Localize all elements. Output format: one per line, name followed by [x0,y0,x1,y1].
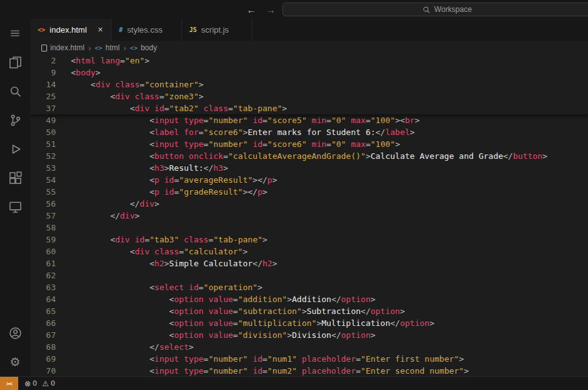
code-text: <p id="averageResult"></p> [71,174,588,186]
line-number: 64 [30,293,71,305]
code-line[interactable]: 56 </div> [30,198,588,210]
activity-bar: ⚙ [0,19,30,376]
code-text: <input type="number" id="num1" placehold… [71,353,588,365]
source-control-icon [9,114,22,127]
line-number: 56 [30,198,71,210]
tab-label: script.js [201,25,229,35]
code-line[interactable]: 58 [30,222,588,234]
code-line[interactable]: 67 <option value="division">Division</op… [30,329,588,341]
remote-icon: >< [6,381,12,387]
settings-button[interactable]: ⚙ [0,347,30,376]
line-number: 52 [30,150,71,162]
tab-bar: <>index.html✕#styles.cssJSscript.js [30,19,588,41]
code-line[interactable]: 49 <input type="number" id="score5" min=… [30,114,588,126]
code-line[interactable]: 50 <label for="score6">Enter marks for S… [30,126,588,138]
code-line[interactable]: 60 <div class="calculator"> [30,246,588,257]
error-icon: ⊗ [24,379,31,388]
breadcrumb-item-index.html[interactable]: index.html [41,43,85,52]
code-line[interactable]: 53 <h3>Result:</h3> [30,162,588,174]
line-number: 69 [30,353,71,365]
file-type-icon: <> [38,26,45,33]
code-line[interactable]: 66 <option value="multiplication">Multip… [30,317,588,329]
tab-styles.css[interactable]: #styles.css [112,19,182,41]
close-icon[interactable]: ✕ [97,26,103,34]
line-number: 60 [30,246,71,257]
code-text: <input type="number" id="score5" min="0"… [71,114,588,126]
explorer-button[interactable] [0,48,30,77]
remote-explorer-button[interactable] [0,192,30,221]
code-line[interactable]: 63 <select id="operation"> [30,281,588,293]
code-text [71,269,588,281]
code-text: <div class="zone3"> [71,90,588,102]
extensions-button[interactable] [0,163,30,192]
line-number: 37 [30,102,71,114]
code-text: </div> [71,198,588,210]
code-text: <input type="number" id="score6" min="0"… [71,138,588,150]
remote-indicator[interactable]: >< [0,377,18,390]
sticky-line[interactable]: 14 <div class="container"> [30,79,588,90]
breadcrumb-item-body[interactable]: <>body [130,43,157,52]
tab-index.html[interactable]: <>index.html✕ [30,19,112,41]
code-line[interactable]: 70 <input type="number" id="num2" placeh… [30,365,588,376]
code-line[interactable]: 64 <option value="addition">Addition</op… [30,293,588,305]
code-text: <option value="division">Division</optio… [71,329,588,341]
source-control-button[interactable] [0,106,30,134]
sticky-line[interactable]: 25 <div class="zone3"> [30,90,588,102]
line-number: 51 [30,138,71,150]
history-nav: ← → [247,0,275,19]
sticky-line[interactable]: 2<html lang="en"> [30,55,588,67]
code-line[interactable]: 59 <div id="tab3" class="tab-pane"> [30,234,588,246]
warning-icon: ⚠ [42,379,49,388]
tab-label: styles.css [127,25,163,35]
line-number: 25 [30,90,71,102]
code-line[interactable]: 57 </div> [30,210,588,222]
code-line[interactable]: 69 <input type="number" id="num1" placeh… [30,353,588,365]
problems-indicator[interactable]: ⊗ 0 ⚠ 0 [24,379,58,388]
line-number: 9 [30,67,71,79]
breadcrumb: index.html›<>html›<>body [30,41,588,55]
code-text: <p id="gradeResult"></p> [71,186,588,198]
code-text: <h3>Result:</h3> [71,162,588,174]
code-text: <option value="multiplication">Multiplic… [71,317,588,329]
settings-gear-icon: ⚙ [9,356,20,368]
sticky-line[interactable]: 37 <div id="tab2" class="tab-pane"> [30,102,588,114]
line-number: 66 [30,317,71,329]
vscode-window: ← → Workspace [0,0,588,390]
code-line[interactable]: 68 </select> [30,341,588,353]
code-text: <option value="subtraction">Subtraction<… [71,305,588,317]
tab-script.js[interactable]: JSscript.js [182,19,252,41]
remote-explorer-icon [9,200,22,214]
search-button[interactable] [0,77,30,106]
code-line[interactable]: 54 <p id="averageResult"></p> [30,174,588,186]
explorer-icon [9,56,22,69]
error-count: 0 [33,379,37,387]
code-text: <input type="number" id="num2" placehold… [71,365,588,376]
code-line[interactable]: 51 <input type="number" id="score6" min=… [30,138,588,150]
menu-icon [9,28,21,39]
account-button[interactable] [0,318,30,347]
menu-button[interactable] [0,19,30,48]
code-line[interactable]: 65 <option value="subtraction">Subtracti… [30,305,588,317]
code-line[interactable]: 61 <h2>Simple Calculator</h2> [30,257,588,269]
code-line[interactable]: 52 <button onclick="calculateAverageAndG… [30,150,588,162]
file-icon [41,45,47,51]
sticky-scroll: 2<html lang="en">9<body>14 <div class="c… [30,55,588,114]
forward-button[interactable]: → [266,4,275,15]
symbol-element-icon: <> [95,45,102,51]
breadcrumb-label: body [141,43,157,52]
code-line[interactable]: 62 [30,269,588,281]
sticky-line[interactable]: 9<body> [30,67,588,79]
breadcrumb-item-html[interactable]: <>html [95,43,120,52]
line-number: 59 [30,234,71,246]
code-text: <html lang="en"> [71,55,588,67]
back-button[interactable]: ← [247,4,256,15]
code-line[interactable]: 55 <p id="gradeResult"></p> [30,186,588,198]
workspace-search[interactable]: Workspace [282,3,588,16]
line-number: 63 [30,281,71,293]
symbol-element-icon: <> [130,45,137,51]
line-number: 62 [30,269,71,281]
run-debug-button[interactable] [0,134,30,163]
code-text: <div id="tab3" class="tab-pane"> [71,234,588,246]
code-text: <body> [71,67,588,79]
line-number: 54 [30,174,71,186]
